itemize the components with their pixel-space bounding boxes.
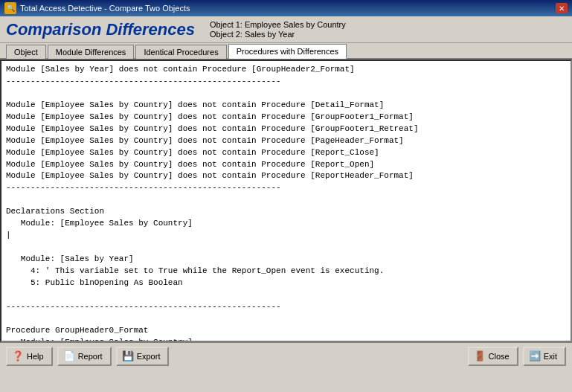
title-bar-text: Total Access Detective - Compare Two Obj… (20, 4, 190, 13)
exit-label: Exit (544, 352, 557, 361)
report-label: Report (78, 352, 103, 361)
bottom-bar: ❓ Help 📄 Report 💾 Export 🚪 Close ➡️ Exit (0, 342, 572, 369)
close-label: Close (489, 352, 510, 361)
bottom-bar-left: ❓ Help 📄 Report 💾 Export (6, 347, 169, 366)
window-close-button[interactable]: ✕ (556, 3, 568, 13)
object1-label: Object 1: Employee Sales by Country (210, 20, 346, 29)
tab-identical-procedures[interactable]: Identical Procedures (135, 45, 226, 59)
tab-object[interactable]: Object (6, 45, 46, 59)
help-icon: ❓ (12, 350, 24, 362)
help-button[interactable]: ❓ Help (6, 347, 53, 366)
title-bar: 🔍 Total Access Detective - Compare Two O… (0, 0, 572, 16)
close-icon: 🚪 (474, 350, 486, 362)
object-info: Object 1: Employee Sales by Country Obje… (210, 19, 346, 39)
export-button[interactable]: 💾 Export (116, 347, 170, 366)
exit-button[interactable]: ➡️ Exit (523, 347, 566, 366)
report-button[interactable]: 📄 Report (57, 347, 112, 366)
tab-module-differences[interactable]: Module Differences (48, 45, 135, 59)
title-bar-left: 🔍 Total Access Detective - Compare Two O… (4, 2, 190, 14)
comparison-title: Comparison Differences (6, 20, 195, 39)
object2-label: Object 2: Sales by Year (210, 30, 346, 39)
tab-procedures-with-differences[interactable]: Procedures with Differences (228, 44, 347, 59)
header-area: Comparison Differences Object 1: Employe… (0, 16, 572, 43)
report-icon: 📄 (63, 350, 75, 362)
app-icon: 🔍 (4, 2, 16, 14)
bottom-bar-right: 🚪 Close ➡️ Exit (468, 347, 566, 366)
export-icon: 💾 (122, 350, 134, 362)
close-button[interactable]: 🚪 Close (468, 347, 518, 366)
tabs-area: Object Module Differences Identical Proc… (0, 43, 572, 60)
help-label: Help (27, 352, 44, 361)
content-area[interactable]: Module [Sales by Year] does not contain … (0, 60, 572, 342)
exit-icon: ➡️ (529, 350, 541, 362)
export-label: Export (137, 352, 161, 361)
